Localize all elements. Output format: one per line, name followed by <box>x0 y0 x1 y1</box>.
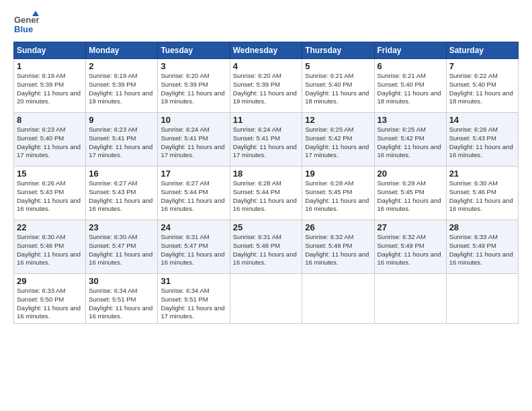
day-info: Sunrise: 6:22 AM Sunset: 5:40 PM Dayligh… <box>449 72 515 106</box>
calendar-cell: 24 Sunrise: 6:31 AM Sunset: 5:47 PM Dayl… <box>158 220 230 274</box>
calendar-cell <box>302 274 374 324</box>
day-number: 14 <box>449 115 515 125</box>
day-number: 6 <box>378 61 443 71</box>
calendar-cell: 1 Sunrise: 6:19 AM Sunset: 5:39 PM Dayli… <box>14 59 86 113</box>
day-number: 1 <box>17 61 83 71</box>
day-number: 20 <box>378 169 443 179</box>
calendar-cell: 11 Sunrise: 6:24 AM Sunset: 5:41 PM Dayl… <box>230 113 302 167</box>
day-info: Sunrise: 6:24 AM Sunset: 5:41 PM Dayligh… <box>233 126 300 160</box>
calendar-cell: 3 Sunrise: 6:20 AM Sunset: 5:39 PM Dayli… <box>158 59 230 113</box>
day-info: Sunrise: 6:19 AM Sunset: 5:39 PM Dayligh… <box>17 72 83 106</box>
calendar-cell: 14 Sunrise: 6:26 AM Sunset: 5:43 PM Dayl… <box>446 113 518 167</box>
weekday-header-tuesday: Tuesday <box>158 42 230 59</box>
svg-text:Blue: Blue <box>14 24 33 34</box>
day-info: Sunrise: 6:20 AM Sunset: 5:39 PM Dayligh… <box>233 72 300 106</box>
day-number: 30 <box>89 276 154 286</box>
day-number: 5 <box>305 61 371 71</box>
calendar-cell: 26 Sunrise: 6:32 AM Sunset: 5:48 PM Dayl… <box>302 220 374 274</box>
day-info: Sunrise: 6:21 AM Sunset: 5:40 PM Dayligh… <box>378 72 443 106</box>
day-info: Sunrise: 6:20 AM Sunset: 5:39 PM Dayligh… <box>161 72 226 106</box>
day-number: 3 <box>161 61 226 71</box>
day-number: 29 <box>17 276 83 286</box>
day-info: Sunrise: 6:31 AM Sunset: 5:47 PM Dayligh… <box>161 233 226 267</box>
logo-icon: General Blue <box>13 11 39 36</box>
calendar-cell: 12 Sunrise: 6:25 AM Sunset: 5:42 PM Dayl… <box>302 113 374 167</box>
calendar-cell: 29 Sunrise: 6:33 AM Sunset: 5:50 PM Dayl… <box>14 274 86 324</box>
day-number: 15 <box>17 169 83 179</box>
day-info: Sunrise: 6:30 AM Sunset: 5:46 PM Dayligh… <box>17 233 83 267</box>
day-info: Sunrise: 6:34 AM Sunset: 5:51 PM Dayligh… <box>161 287 226 321</box>
day-info: Sunrise: 6:26 AM Sunset: 5:43 PM Dayligh… <box>449 126 515 160</box>
calendar-week-row: 15 Sunrise: 6:26 AM Sunset: 5:43 PM Dayl… <box>14 167 519 220</box>
calendar-week-row: 22 Sunrise: 6:30 AM Sunset: 5:46 PM Dayl… <box>14 220 519 274</box>
calendar-cell: 15 Sunrise: 6:26 AM Sunset: 5:43 PM Dayl… <box>14 167 86 220</box>
day-info: Sunrise: 6:28 AM Sunset: 5:45 PM Dayligh… <box>305 179 371 214</box>
day-info: Sunrise: 6:23 AM Sunset: 5:40 PM Dayligh… <box>17 126 83 160</box>
weekday-header-sunday: Sunday <box>14 42 86 59</box>
weekday-header-friday: Friday <box>374 42 446 59</box>
day-info: Sunrise: 6:26 AM Sunset: 5:43 PM Dayligh… <box>17 179 83 214</box>
day-number: 21 <box>449 169 515 179</box>
day-number: 31 <box>161 276 226 286</box>
day-number: 8 <box>17 115 83 125</box>
day-info: Sunrise: 6:33 AM Sunset: 5:50 PM Dayligh… <box>17 287 83 321</box>
calendar-cell: 2 Sunrise: 6:19 AM Sunset: 5:39 PM Dayli… <box>86 59 158 113</box>
day-info: Sunrise: 6:21 AM Sunset: 5:40 PM Dayligh… <box>305 72 371 106</box>
calendar-cell: 30 Sunrise: 6:34 AM Sunset: 5:51 PM Dayl… <box>86 274 158 324</box>
day-info: Sunrise: 6:34 AM Sunset: 5:51 PM Dayligh… <box>89 287 154 321</box>
day-info: Sunrise: 6:24 AM Sunset: 5:41 PM Dayligh… <box>161 126 226 160</box>
calendar-cell <box>374 274 446 324</box>
weekday-header-monday: Monday <box>86 42 158 59</box>
calendar-cell: 21 Sunrise: 6:30 AM Sunset: 5:46 PM Dayl… <box>446 167 518 220</box>
day-number: 28 <box>449 222 515 232</box>
weekday-header-row: SundayMondayTuesdayWednesdayThursdayFrid… <box>14 42 519 59</box>
calendar-cell <box>446 274 518 324</box>
day-info: Sunrise: 6:33 AM Sunset: 5:49 PM Dayligh… <box>449 233 515 267</box>
day-info: Sunrise: 6:25 AM Sunset: 5:42 PM Dayligh… <box>378 126 443 160</box>
weekday-header-saturday: Saturday <box>446 42 518 59</box>
calendar-cell: 4 Sunrise: 6:20 AM Sunset: 5:39 PM Dayli… <box>230 59 302 113</box>
day-info: Sunrise: 6:30 AM Sunset: 5:47 PM Dayligh… <box>89 233 154 267</box>
calendar-week-row: 29 Sunrise: 6:33 AM Sunset: 5:50 PM Dayl… <box>14 274 519 324</box>
day-info: Sunrise: 6:27 AM Sunset: 5:43 PM Dayligh… <box>89 179 154 214</box>
weekday-header-thursday: Thursday <box>302 42 374 59</box>
calendar-week-row: 1 Sunrise: 6:19 AM Sunset: 5:39 PM Dayli… <box>14 59 519 113</box>
day-number: 16 <box>89 169 154 179</box>
header: General Blue <box>13 11 519 36</box>
calendar-cell: 8 Sunrise: 6:23 AM Sunset: 5:40 PM Dayli… <box>14 113 86 167</box>
day-info: Sunrise: 6:23 AM Sunset: 5:41 PM Dayligh… <box>89 126 154 160</box>
calendar-cell: 20 Sunrise: 6:29 AM Sunset: 5:45 PM Dayl… <box>374 167 446 220</box>
calendar-cell: 6 Sunrise: 6:21 AM Sunset: 5:40 PM Dayli… <box>374 59 446 113</box>
day-info: Sunrise: 6:30 AM Sunset: 5:46 PM Dayligh… <box>449 179 515 214</box>
day-info: Sunrise: 6:27 AM Sunset: 5:44 PM Dayligh… <box>161 179 226 214</box>
day-number: 27 <box>378 222 443 232</box>
logo: General Blue <box>13 11 39 36</box>
day-info: Sunrise: 6:19 AM Sunset: 5:39 PM Dayligh… <box>89 72 154 106</box>
calendar-cell: 23 Sunrise: 6:30 AM Sunset: 5:47 PM Dayl… <box>86 220 158 274</box>
day-number: 2 <box>89 61 154 71</box>
calendar-cell: 22 Sunrise: 6:30 AM Sunset: 5:46 PM Dayl… <box>14 220 86 274</box>
calendar-cell: 28 Sunrise: 6:33 AM Sunset: 5:49 PM Dayl… <box>446 220 518 274</box>
day-number: 17 <box>161 169 226 179</box>
day-info: Sunrise: 6:32 AM Sunset: 5:49 PM Dayligh… <box>378 233 443 267</box>
page: General Blue SundayMondayTuesdayWednesda… <box>0 0 532 411</box>
calendar-cell: 5 Sunrise: 6:21 AM Sunset: 5:40 PM Dayli… <box>302 59 374 113</box>
day-number: 9 <box>89 115 154 125</box>
day-info: Sunrise: 6:29 AM Sunset: 5:45 PM Dayligh… <box>378 179 443 214</box>
svg-text:General: General <box>14 15 39 25</box>
calendar-cell: 25 Sunrise: 6:31 AM Sunset: 5:48 PM Dayl… <box>230 220 302 274</box>
calendar-cell: 16 Sunrise: 6:27 AM Sunset: 5:43 PM Dayl… <box>86 167 158 220</box>
calendar-cell: 27 Sunrise: 6:32 AM Sunset: 5:49 PM Dayl… <box>374 220 446 274</box>
day-number: 18 <box>233 169 300 179</box>
svg-marker-2 <box>32 11 39 16</box>
day-number: 7 <box>449 61 515 71</box>
day-number: 12 <box>305 115 371 125</box>
day-number: 13 <box>378 115 443 125</box>
day-info: Sunrise: 6:25 AM Sunset: 5:42 PM Dayligh… <box>305 126 371 160</box>
day-number: 11 <box>233 115 300 125</box>
day-number: 26 <box>305 222 371 232</box>
calendar-cell: 31 Sunrise: 6:34 AM Sunset: 5:51 PM Dayl… <box>158 274 230 324</box>
weekday-header-wednesday: Wednesday <box>230 42 302 59</box>
calendar-cell: 19 Sunrise: 6:28 AM Sunset: 5:45 PM Dayl… <box>302 167 374 220</box>
calendar-cell: 13 Sunrise: 6:25 AM Sunset: 5:42 PM Dayl… <box>374 113 446 167</box>
